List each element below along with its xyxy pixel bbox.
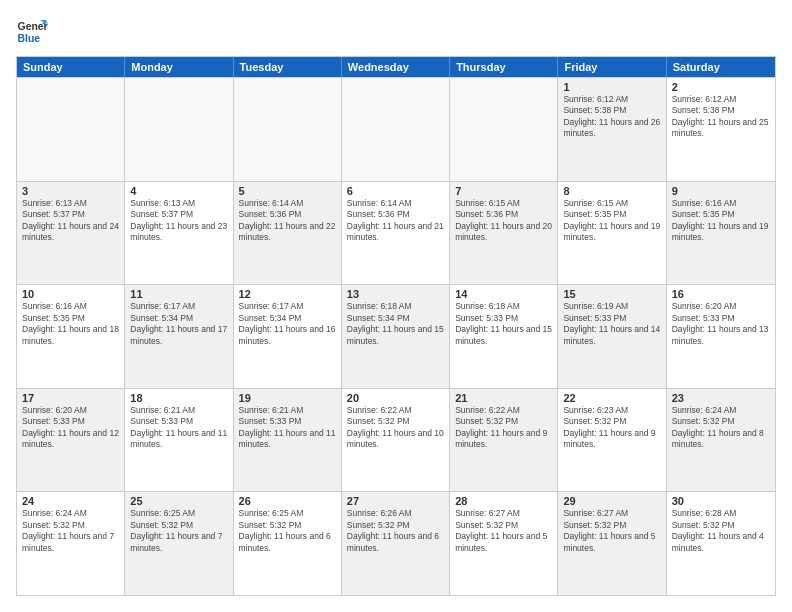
cell-detail: Sunrise: 6:24 AM Sunset: 5:32 PM Dayligh… (22, 508, 119, 554)
calendar-cell: 22Sunrise: 6:23 AM Sunset: 5:32 PM Dayli… (558, 389, 666, 492)
day-number: 8 (563, 185, 660, 197)
day-number: 17 (22, 392, 119, 404)
calendar-cell: 29Sunrise: 6:27 AM Sunset: 5:32 PM Dayli… (558, 492, 666, 595)
day-number: 26 (239, 495, 336, 507)
day-number: 27 (347, 495, 444, 507)
cell-detail: Sunrise: 6:20 AM Sunset: 5:33 PM Dayligh… (672, 301, 770, 347)
cell-detail: Sunrise: 6:21 AM Sunset: 5:33 PM Dayligh… (239, 405, 336, 451)
calendar-cell: 21Sunrise: 6:22 AM Sunset: 5:32 PM Dayli… (450, 389, 558, 492)
day-number: 3 (22, 185, 119, 197)
cell-detail: Sunrise: 6:21 AM Sunset: 5:33 PM Dayligh… (130, 405, 227, 451)
calendar-cell (125, 78, 233, 181)
day-number: 7 (455, 185, 552, 197)
day-number: 1 (563, 81, 660, 93)
calendar-cell: 7Sunrise: 6:15 AM Sunset: 5:36 PM Daylig… (450, 182, 558, 285)
day-number: 9 (672, 185, 770, 197)
calendar-cell: 30Sunrise: 6:28 AM Sunset: 5:32 PM Dayli… (667, 492, 775, 595)
weekday-header: Monday (125, 57, 233, 77)
day-number: 10 (22, 288, 119, 300)
cell-detail: Sunrise: 6:18 AM Sunset: 5:33 PM Dayligh… (455, 301, 552, 347)
cell-detail: Sunrise: 6:12 AM Sunset: 5:38 PM Dayligh… (563, 94, 660, 140)
cell-detail: Sunrise: 6:27 AM Sunset: 5:32 PM Dayligh… (563, 508, 660, 554)
calendar-cell: 1Sunrise: 6:12 AM Sunset: 5:38 PM Daylig… (558, 78, 666, 181)
day-number: 16 (672, 288, 770, 300)
logo: General Blue (16, 16, 48, 48)
cell-detail: Sunrise: 6:25 AM Sunset: 5:32 PM Dayligh… (239, 508, 336, 554)
calendar-cell: 19Sunrise: 6:21 AM Sunset: 5:33 PM Dayli… (234, 389, 342, 492)
cell-detail: Sunrise: 6:26 AM Sunset: 5:32 PM Dayligh… (347, 508, 444, 554)
calendar-cell: 23Sunrise: 6:24 AM Sunset: 5:32 PM Dayli… (667, 389, 775, 492)
cell-detail: Sunrise: 6:24 AM Sunset: 5:32 PM Dayligh… (672, 405, 770, 451)
calendar-cell: 16Sunrise: 6:20 AM Sunset: 5:33 PM Dayli… (667, 285, 775, 388)
calendar-cell: 3Sunrise: 6:13 AM Sunset: 5:37 PM Daylig… (17, 182, 125, 285)
day-number: 20 (347, 392, 444, 404)
calendar-header: SundayMondayTuesdayWednesdayThursdayFrid… (17, 57, 775, 77)
calendar-cell: 4Sunrise: 6:13 AM Sunset: 5:37 PM Daylig… (125, 182, 233, 285)
day-number: 25 (130, 495, 227, 507)
day-number: 6 (347, 185, 444, 197)
logo-icon: General Blue (16, 16, 48, 48)
calendar-cell: 9Sunrise: 6:16 AM Sunset: 5:35 PM Daylig… (667, 182, 775, 285)
calendar-row: 10Sunrise: 6:16 AM Sunset: 5:35 PM Dayli… (17, 284, 775, 388)
calendar-cell: 12Sunrise: 6:17 AM Sunset: 5:34 PM Dayli… (234, 285, 342, 388)
day-number: 23 (672, 392, 770, 404)
cell-detail: Sunrise: 6:14 AM Sunset: 5:36 PM Dayligh… (347, 198, 444, 244)
calendar-cell: 8Sunrise: 6:15 AM Sunset: 5:35 PM Daylig… (558, 182, 666, 285)
weekday-header: Thursday (450, 57, 558, 77)
page-header: General Blue (16, 16, 776, 48)
cell-detail: Sunrise: 6:14 AM Sunset: 5:36 PM Dayligh… (239, 198, 336, 244)
weekday-header: Wednesday (342, 57, 450, 77)
cell-detail: Sunrise: 6:22 AM Sunset: 5:32 PM Dayligh… (347, 405, 444, 451)
calendar-cell: 25Sunrise: 6:25 AM Sunset: 5:32 PM Dayli… (125, 492, 233, 595)
day-number: 4 (130, 185, 227, 197)
day-number: 24 (22, 495, 119, 507)
cell-detail: Sunrise: 6:16 AM Sunset: 5:35 PM Dayligh… (22, 301, 119, 347)
calendar-cell: 17Sunrise: 6:20 AM Sunset: 5:33 PM Dayli… (17, 389, 125, 492)
cell-detail: Sunrise: 6:25 AM Sunset: 5:32 PM Dayligh… (130, 508, 227, 554)
cell-detail: Sunrise: 6:19 AM Sunset: 5:33 PM Dayligh… (563, 301, 660, 347)
calendar-cell: 2Sunrise: 6:12 AM Sunset: 5:38 PM Daylig… (667, 78, 775, 181)
calendar-cell: 28Sunrise: 6:27 AM Sunset: 5:32 PM Dayli… (450, 492, 558, 595)
weekday-header: Saturday (667, 57, 775, 77)
day-number: 14 (455, 288, 552, 300)
calendar-cell: 15Sunrise: 6:19 AM Sunset: 5:33 PM Dayli… (558, 285, 666, 388)
cell-detail: Sunrise: 6:15 AM Sunset: 5:36 PM Dayligh… (455, 198, 552, 244)
cell-detail: Sunrise: 6:17 AM Sunset: 5:34 PM Dayligh… (130, 301, 227, 347)
calendar-cell: 24Sunrise: 6:24 AM Sunset: 5:32 PM Dayli… (17, 492, 125, 595)
day-number: 19 (239, 392, 336, 404)
cell-detail: Sunrise: 6:13 AM Sunset: 5:37 PM Dayligh… (22, 198, 119, 244)
calendar-body: 1Sunrise: 6:12 AM Sunset: 5:38 PM Daylig… (17, 77, 775, 595)
day-number: 30 (672, 495, 770, 507)
calendar-cell (234, 78, 342, 181)
calendar-cell: 27Sunrise: 6:26 AM Sunset: 5:32 PM Dayli… (342, 492, 450, 595)
day-number: 2 (672, 81, 770, 93)
calendar-row: 1Sunrise: 6:12 AM Sunset: 5:38 PM Daylig… (17, 77, 775, 181)
cell-detail: Sunrise: 6:27 AM Sunset: 5:32 PM Dayligh… (455, 508, 552, 554)
calendar-cell: 18Sunrise: 6:21 AM Sunset: 5:33 PM Dayli… (125, 389, 233, 492)
weekday-header: Tuesday (234, 57, 342, 77)
day-number: 22 (563, 392, 660, 404)
calendar-cell: 13Sunrise: 6:18 AM Sunset: 5:34 PM Dayli… (342, 285, 450, 388)
calendar-row: 24Sunrise: 6:24 AM Sunset: 5:32 PM Dayli… (17, 491, 775, 595)
cell-detail: Sunrise: 6:20 AM Sunset: 5:33 PM Dayligh… (22, 405, 119, 451)
calendar-cell (450, 78, 558, 181)
day-number: 5 (239, 185, 336, 197)
calendar-cell (342, 78, 450, 181)
calendar-cell: 26Sunrise: 6:25 AM Sunset: 5:32 PM Dayli… (234, 492, 342, 595)
svg-text:Blue: Blue (18, 33, 41, 44)
cell-detail: Sunrise: 6:23 AM Sunset: 5:32 PM Dayligh… (563, 405, 660, 451)
weekday-header: Friday (558, 57, 666, 77)
cell-detail: Sunrise: 6:13 AM Sunset: 5:37 PM Dayligh… (130, 198, 227, 244)
day-number: 29 (563, 495, 660, 507)
cell-detail: Sunrise: 6:22 AM Sunset: 5:32 PM Dayligh… (455, 405, 552, 451)
day-number: 13 (347, 288, 444, 300)
calendar-cell: 11Sunrise: 6:17 AM Sunset: 5:34 PM Dayli… (125, 285, 233, 388)
day-number: 18 (130, 392, 227, 404)
calendar-cell: 14Sunrise: 6:18 AM Sunset: 5:33 PM Dayli… (450, 285, 558, 388)
day-number: 21 (455, 392, 552, 404)
cell-detail: Sunrise: 6:16 AM Sunset: 5:35 PM Dayligh… (672, 198, 770, 244)
cell-detail: Sunrise: 6:18 AM Sunset: 5:34 PM Dayligh… (347, 301, 444, 347)
day-number: 11 (130, 288, 227, 300)
day-number: 28 (455, 495, 552, 507)
calendar-cell: 5Sunrise: 6:14 AM Sunset: 5:36 PM Daylig… (234, 182, 342, 285)
